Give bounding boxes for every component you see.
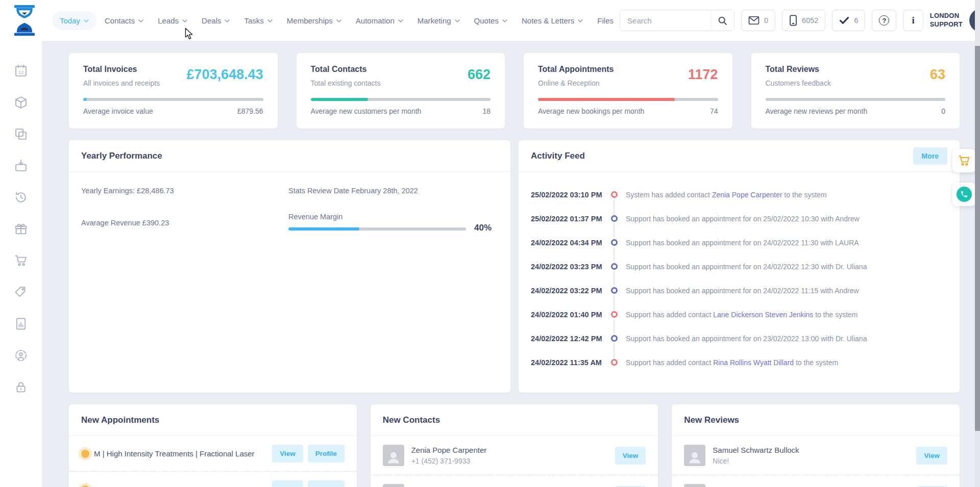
activity-feed-list: 25/02/2022 03:10 PM System has added con… <box>519 172 960 374</box>
phone-button[interactable]: 6052 <box>782 10 825 31</box>
revenue-margin-fill <box>288 227 359 230</box>
stat-progress-fill <box>538 98 675 101</box>
package-icon <box>14 95 28 110</box>
activity-timestamp: 24/02/2022 01:40 PM <box>531 311 606 319</box>
sidebar-item-calendar[interactable]: 12 <box>13 63 29 79</box>
contact-link[interactable]: Rina Rollins Wyatt Dillard <box>713 358 794 367</box>
revenue-margin-value: 40% <box>474 223 492 233</box>
timeline-column <box>606 302 622 326</box>
nav-item-label: Today <box>60 16 80 25</box>
stat-title: Total Reviews <box>766 65 831 74</box>
activity-text-pre: Support has added contact <box>626 311 713 319</box>
tasks-button[interactable]: 6 <box>832 10 865 31</box>
view-button[interactable]: View <box>272 480 303 487</box>
stat-footer-value: 74 <box>710 107 718 115</box>
view-button[interactable]: View <box>272 445 303 463</box>
nav-item[interactable]: Files <box>591 11 620 30</box>
sidebar-item-reports[interactable] <box>13 316 29 331</box>
shop-widget-button[interactable] <box>952 149 976 172</box>
search-box <box>620 10 734 31</box>
sidebar-item-shop[interactable] <box>13 253 29 268</box>
page-scrollbar[interactable] <box>975 0 980 487</box>
appointment-row: M | High Intensity Treatments | Fraction… <box>69 436 357 471</box>
sidebar-item-referrals[interactable] <box>13 348 29 363</box>
activity-timestamp: 24/02/2022 04:34 PM <box>531 239 606 247</box>
chevron-down-icon <box>138 19 143 22</box>
call-widget-button[interactable] <box>952 183 976 206</box>
appointment-text: M | High Intensity Treatments | Fraction… <box>94 449 267 458</box>
activity-feed-title: Activity Feed <box>531 151 585 161</box>
view-button[interactable]: View <box>916 447 947 465</box>
contact-phone: +1 (452) 371-9933 <box>411 457 610 465</box>
view-button[interactable]: View <box>615 447 646 465</box>
sidebar-item-gifts[interactable] <box>13 221 29 237</box>
sidebar-item-vouchers[interactable] <box>13 285 29 300</box>
nav-item-label: Marketing <box>418 16 451 25</box>
svg-text:12: 12 <box>18 70 23 75</box>
chevron-down-icon <box>502 19 507 22</box>
info-button[interactable]: i <box>903 10 923 31</box>
nav-item[interactable]: Contacts <box>99 11 150 30</box>
profile-button[interactable]: Profile <box>308 445 345 463</box>
search-input[interactable] <box>620 16 710 25</box>
order-box-icon <box>14 159 28 173</box>
stat-progress-track <box>538 98 718 101</box>
nav-item[interactable]: Marketing <box>411 11 466 30</box>
sidebar-item-products[interactable] <box>13 95 29 110</box>
nav-item[interactable]: Memberships <box>281 11 348 30</box>
revenue-margin-track <box>288 227 466 230</box>
new-contacts-panel: New Contacts Zenia Pope Carpenter +1 (45… <box>371 404 658 487</box>
account-sync-icon <box>14 348 28 363</box>
more-button[interactable]: More <box>913 147 947 165</box>
yearly-performance-panel: Yearly Performance Yearly Earnings: £28,… <box>69 140 510 393</box>
report-icon <box>14 317 28 331</box>
nav-item[interactable]: Notes & Letters <box>516 11 589 30</box>
review-info: Samuel Schwartz Bullock Nice! <box>713 446 912 465</box>
sidebar-item-security[interactable] <box>13 379 29 395</box>
contact-avatar <box>383 445 404 466</box>
nav-item[interactable]: Today <box>52 11 96 30</box>
sidebar-item-orders[interactable] <box>13 158 29 173</box>
person-placeholder-icon <box>686 449 703 466</box>
nav-item[interactable]: Deals <box>195 11 236 30</box>
help-button[interactable]: ? <box>872 10 896 31</box>
nav-item[interactable]: Quotes <box>468 11 513 30</box>
nav-item-label: Automation <box>356 16 395 25</box>
stat-value: 1172 <box>688 67 718 87</box>
stat-card: Total Appointments Online & Reception 11… <box>524 53 732 129</box>
calendar-icon: 12 <box>14 64 28 78</box>
stat-progress-track <box>311 98 491 101</box>
nav-item[interactable]: Tasks <box>238 11 278 30</box>
gift-icon <box>14 222 28 236</box>
nav-item-label: Quotes <box>474 16 499 25</box>
timeline-dot <box>611 191 618 198</box>
chevron-down-icon <box>267 19 273 22</box>
scrollbar-thumb[interactable] <box>975 46 980 431</box>
nav-item[interactable]: Leads <box>152 11 193 30</box>
stat-progress-fill <box>83 98 87 101</box>
contact-link[interactable]: Zenia Pope Carpenter <box>712 191 782 199</box>
new-appointments-panel: New Appointments M | High Intensity Trea… <box>69 404 357 487</box>
activity-timestamp: 24/02/2022 03:22 PM <box>531 287 606 295</box>
chevron-down-icon <box>84 19 89 22</box>
app-logo[interactable] <box>11 5 38 36</box>
activity-timestamp: 24/02/2022 11:35 AM <box>531 358 606 367</box>
user-location-line1: LONDON <box>930 12 963 20</box>
mail-button[interactable]: 0 <box>741 10 775 31</box>
search-button[interactable] <box>710 10 734 31</box>
person-placeholder-icon <box>385 449 402 466</box>
timeline-dot <box>611 311 618 318</box>
profile-button[interactable]: Profile <box>308 480 345 487</box>
status-dot <box>81 450 89 458</box>
stat-title: Total Invoices <box>83 65 160 74</box>
nav-item[interactable]: Automation <box>350 11 409 30</box>
sidebar-item-duplicates[interactable] <box>13 126 29 142</box>
timeline-column <box>606 326 622 350</box>
sidebar-item-history[interactable] <box>13 190 29 205</box>
chevron-down-icon <box>182 19 187 22</box>
nav-item-label: Contacts <box>105 16 135 25</box>
timeline-dot <box>611 287 618 294</box>
status-dot <box>81 485 89 487</box>
contact-link[interactable]: Lane Dickerson Steven Jenkins <box>713 311 813 319</box>
bottom-row: New Appointments M | High Intensity Trea… <box>69 404 960 487</box>
